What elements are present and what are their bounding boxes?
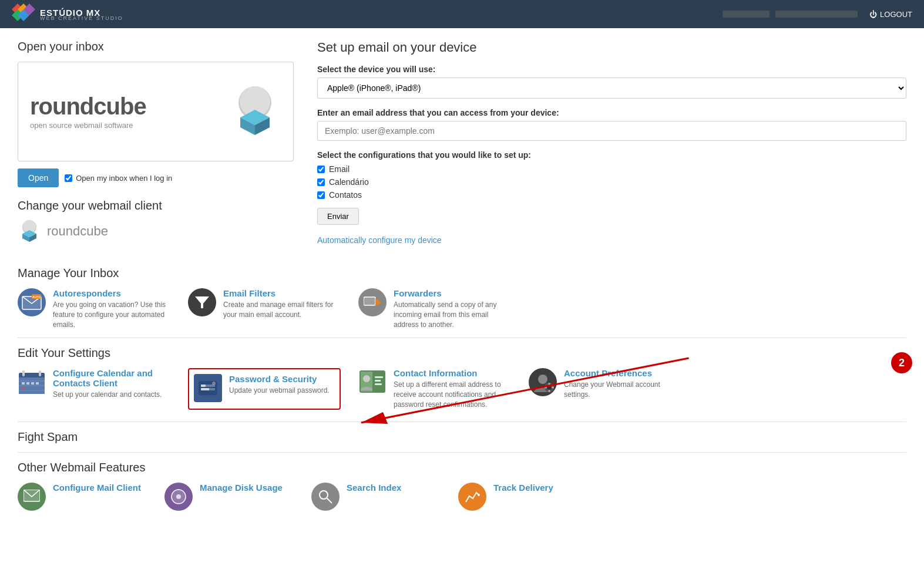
config-email-label: Email bbox=[329, 164, 350, 174]
acct-icon-wrapper bbox=[529, 368, 557, 396]
svg-rect-45 bbox=[375, 383, 382, 385]
fight-spam-title: Fight Spam bbox=[18, 430, 906, 444]
svg-rect-19 bbox=[364, 297, 375, 305]
svg-marker-18 bbox=[195, 296, 209, 308]
config-contacts-label: Contatos bbox=[329, 190, 362, 200]
autoresponders-desc: Are you going on vacation? Use this feat… bbox=[53, 300, 170, 329]
other-webmail-title: Other Webmail Features bbox=[18, 461, 906, 474]
email-label: Enter an email address that you can acce… bbox=[317, 108, 906, 117]
forward-svg bbox=[364, 295, 381, 310]
disk-icon bbox=[170, 488, 187, 505]
edit-section: Edit Your Settings bbox=[0, 346, 924, 409]
account-prefs-content: Account Preferences Change your Webmail … bbox=[564, 368, 681, 400]
logout-icon: ⏻ bbox=[869, 10, 877, 19]
disk-usage-item: Manage Disk Usage bbox=[164, 483, 294, 511]
config-calendar-checkbox[interactable] bbox=[317, 178, 325, 186]
track-delivery-content: Track Delivery bbox=[493, 483, 553, 493]
open-inbox-button[interactable]: Open bbox=[18, 168, 59, 187]
email-filters-title[interactable]: Email Filters bbox=[223, 288, 341, 298]
svg-rect-30 bbox=[26, 382, 29, 385]
config-label: Select the configurations that you would… bbox=[317, 150, 906, 160]
svg-rect-32 bbox=[36, 382, 39, 385]
forwarders-icon bbox=[358, 288, 387, 316]
header-right: ⏻ LOGOUT bbox=[723, 10, 912, 19]
user-info bbox=[723, 11, 858, 18]
contact-info-item: Contact Information Set up a different e… bbox=[358, 368, 511, 409]
svg-rect-44 bbox=[375, 380, 381, 382]
autoresponders-title[interactable]: Autoresponders bbox=[53, 288, 170, 298]
config-contacts-checkbox[interactable] bbox=[317, 191, 325, 199]
open-on-login-label[interactable]: Open my inbox when I log in bbox=[65, 174, 172, 183]
track-delivery-item: Track Delivery bbox=[458, 483, 587, 511]
logout-button[interactable]: ⏻ LOGOUT bbox=[869, 10, 912, 19]
disk-usage-icon bbox=[164, 483, 193, 511]
disk-usage-title[interactable]: Manage Disk Usage bbox=[200, 483, 283, 493]
open-row: Open Open my inbox when I log in bbox=[18, 168, 294, 187]
svg-point-46 bbox=[538, 375, 547, 384]
svg-point-48 bbox=[547, 385, 552, 390]
search-index-item: Search Index bbox=[311, 483, 441, 511]
search-icon bbox=[318, 489, 333, 504]
device-select[interactable]: Apple® (iPhone®, iPad®) bbox=[317, 77, 906, 99]
calendar-setting-item: Configure Calendar and Contacts Client S… bbox=[18, 368, 170, 409]
password-security-icon bbox=[194, 374, 222, 402]
forwarders-desc: Automatically send a copy of any incomin… bbox=[394, 300, 511, 329]
logo-area: ESTÚDIO MX WEB CREATIVE STUDIO bbox=[12, 4, 123, 25]
edit-settings-title: Edit Your Settings bbox=[18, 346, 906, 360]
manage-feature-grid: AUTO Autoresponders Are you going on vac… bbox=[18, 288, 906, 329]
search-index-content: Search Index bbox=[347, 483, 401, 493]
password-security-item: Password & Security Update your webmail … bbox=[188, 368, 341, 409]
pwd-svg bbox=[197, 379, 219, 397]
autoresponders-content: Autoresponders Are you going on vacation… bbox=[53, 288, 170, 329]
contact-info-content: Contact Information Set up a different e… bbox=[394, 368, 511, 409]
mail-client-title[interactable]: Configure Mail Client bbox=[53, 483, 141, 493]
main-content: Open your inbox roundcube open source we… bbox=[0, 28, 924, 267]
fight-spam-section: Fight Spam bbox=[0, 430, 924, 444]
manage-inbox-title: Manage Your Inbox bbox=[18, 267, 906, 280]
svg-point-39 bbox=[212, 382, 216, 385]
track-delivery-icon bbox=[458, 483, 486, 511]
divider1 bbox=[18, 338, 906, 338]
svg-marker-20 bbox=[375, 298, 381, 306]
svg-rect-36 bbox=[201, 385, 206, 387]
mail-client-item: Configure Mail Client bbox=[18, 483, 147, 511]
acct-svg bbox=[532, 371, 554, 393]
email-filters-content: Email Filters Create and manage email fi… bbox=[223, 288, 341, 320]
roundcube-box: roundcube open source webmail software bbox=[18, 62, 294, 161]
open-on-login-checkbox[interactable] bbox=[65, 174, 72, 182]
header: ESTÚDIO MX WEB CREATIVE STUDIO ⏻ LOGOUT bbox=[0, 0, 924, 28]
password-security-title[interactable]: Password & Security bbox=[229, 374, 330, 384]
config-calendar-item: Calendário bbox=[317, 177, 906, 187]
svg-rect-50 bbox=[549, 390, 550, 392]
svg-rect-52 bbox=[552, 387, 554, 389]
divider2 bbox=[18, 422, 906, 422]
config-email-checkbox[interactable] bbox=[317, 166, 325, 173]
settings-grid: Configure Calendar and Contacts Client S… bbox=[18, 368, 906, 409]
account-prefs-title[interactable]: Account Preferences bbox=[564, 368, 681, 378]
track-delivery-title[interactable]: Track Delivery bbox=[493, 483, 553, 493]
svg-rect-31 bbox=[31, 382, 34, 385]
email-input[interactable] bbox=[317, 121, 906, 141]
auto-config-link[interactable]: Automatically configure my device bbox=[317, 235, 906, 245]
setup-email-title: Set up email on your device bbox=[317, 40, 906, 55]
svg-rect-43 bbox=[375, 376, 383, 378]
calendar-setting-icon bbox=[18, 368, 46, 396]
other-webmail-section: Other Webmail Features Configure Mail Cl… bbox=[0, 461, 924, 511]
config-email-item: Email bbox=[317, 164, 906, 174]
track-icon bbox=[465, 489, 480, 504]
email-filters-desc: Create and manage email filters for your… bbox=[223, 300, 341, 320]
svg-rect-51 bbox=[545, 387, 547, 389]
svg-rect-29 bbox=[22, 382, 25, 385]
mail-client-icon bbox=[18, 483, 46, 511]
send-button[interactable]: Enviar bbox=[317, 208, 359, 225]
email-filters-icon bbox=[188, 288, 216, 316]
forwarders-title[interactable]: Forwarders bbox=[394, 288, 511, 298]
page-container: ESTÚDIO MX WEB CREATIVE STUDIO ⏻ LOGOUT … bbox=[0, 0, 924, 511]
contact-info-title[interactable]: Contact Information bbox=[394, 368, 511, 378]
right-panel: Set up email on your device Select the d… bbox=[317, 40, 906, 255]
logout-label: LOGOUT bbox=[880, 10, 912, 19]
search-index-title[interactable]: Search Index bbox=[347, 483, 401, 493]
email-filters-item: Email Filters Create and manage email fi… bbox=[188, 288, 341, 329]
calendar-setting-title[interactable]: Configure Calendar and Contacts Client bbox=[53, 368, 170, 388]
account-prefs-item: Account Preferences Change your Webmail … bbox=[529, 368, 681, 409]
